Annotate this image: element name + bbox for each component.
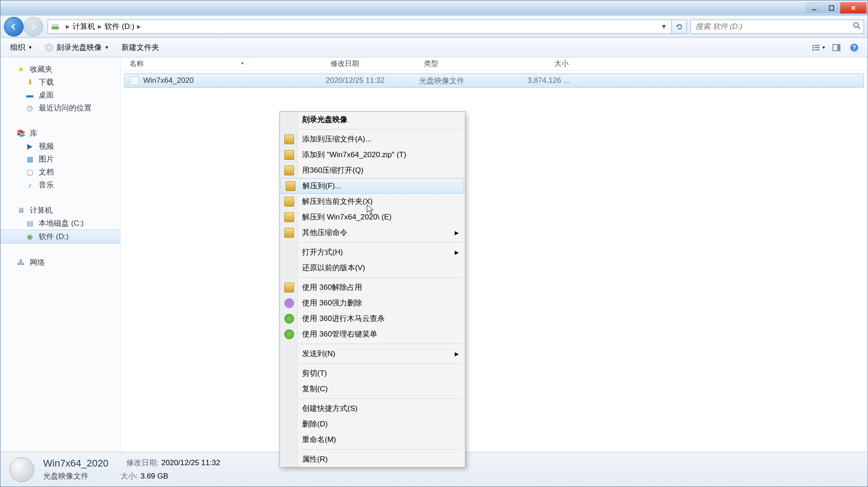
download-icon: ⬇ [25, 78, 34, 87]
refresh-button[interactable] [672, 20, 687, 34]
menu-delete[interactable]: 删除(D) [280, 416, 465, 432]
libraries-group[interactable]: 📚库 [0, 127, 120, 140]
sidebar-recent[interactable]: ◷最近访问的位置 [0, 101, 120, 114]
title-bar [0, 0, 868, 16]
preview-pane-button[interactable] [828, 41, 844, 54]
menu-extract-to[interactable]: 解压到(F)... [281, 178, 464, 194]
svg-rect-5 [812, 45, 814, 46]
column-type[interactable]: 类型 [419, 59, 512, 69]
file-list: 名称 修改日期 类型 大小 Win7x64_2020 2020/12/25 11… [121, 57, 868, 452]
sidebar-documents[interactable]: ▢文档 [0, 166, 120, 179]
details-size: 3.69 GB [141, 472, 168, 480]
svg-rect-7 [812, 47, 814, 49]
menu-add-to-archive[interactable]: 添加到压缩文件(A)... [280, 131, 465, 147]
menu-send-to[interactable]: 发送到(N)▶ [280, 346, 465, 361]
help-button[interactable]: ? [846, 41, 862, 54]
computer-group[interactable]: 🖥计算机 [0, 204, 120, 217]
menu-other-compress[interactable]: 其他压缩命令▶ [280, 225, 465, 240]
view-options-button[interactable]: ▼ [811, 41, 827, 54]
sidebar-music[interactable]: ♪音乐 [0, 179, 120, 191]
menu-create-shortcut[interactable]: 创建快捷方式(S) [280, 401, 465, 416]
column-name[interactable]: 名称 [121, 59, 325, 69]
archive-icon [284, 134, 294, 144]
minimize-button[interactable] [805, 2, 823, 14]
organize-menu[interactable]: 组织▼ [6, 41, 37, 54]
navigation-bar: ▸ 计算机 ▸ 软件 (D:) ▸ ▾ [0, 16, 868, 38]
sidebar-downloads[interactable]: ⬇下载 [0, 76, 120, 89]
video-icon: ▶ [25, 142, 34, 151]
menu-restore-previous[interactable]: 还原以前的版本(V) [280, 260, 465, 276]
chevron-right-icon: ▸ [66, 22, 70, 31]
svg-rect-3 [52, 24, 59, 27]
sidebar-software-d[interactable]: ◉软件 (D:) [0, 230, 120, 244]
svg-rect-6 [815, 45, 820, 46]
column-size[interactable]: 大小 [512, 59, 574, 69]
svg-rect-1 [829, 6, 834, 10]
star-icon: ★ [16, 65, 25, 74]
menu-open-with-360zip[interactable]: 用360压缩打开(Q) [280, 162, 465, 178]
computer-icon: 🖥 [16, 206, 25, 215]
music-icon: ♪ [25, 181, 34, 190]
breadcrumb-root[interactable]: 计算机 [73, 21, 95, 32]
menu-rename[interactable]: 重命名(M) [280, 432, 465, 447]
close-button[interactable] [840, 2, 867, 14]
svg-text:?: ? [852, 44, 856, 51]
desktop-icon: ▬ [25, 91, 34, 100]
drive-icon [51, 22, 60, 31]
menu-properties[interactable]: 属性(R) [280, 451, 465, 467]
menu-add-to-zip[interactable]: 添加到 "Win7x64_2020.zip" (T) [280, 147, 465, 162]
menu-cut[interactable]: 剪切(T) [280, 365, 465, 381]
network-icon: 🖧 [16, 258, 25, 267]
chevron-right-icon: ▸ [98, 22, 102, 31]
archive-icon [284, 150, 294, 160]
forward-button[interactable] [24, 17, 43, 37]
search-icon[interactable] [853, 22, 861, 32]
column-date[interactable]: 修改日期 [325, 59, 419, 69]
360-icon [284, 329, 294, 339]
maximize-button[interactable] [823, 2, 840, 14]
submenu-arrow-icon: ▶ [455, 351, 459, 357]
menu-extract-here[interactable]: 解压到当前文件夹(X) [280, 194, 465, 209]
sidebar-local-disk-c[interactable]: ▤本地磁盘 (C:) [0, 217, 120, 230]
360-icon [284, 283, 294, 292]
svg-rect-8 [815, 47, 820, 48]
library-icon: 📚 [16, 129, 25, 138]
menu-360-manage-context[interactable]: 使用 360管理右键菜单 [280, 326, 465, 342]
menu-extract-to-folder[interactable]: 解压到 Win7x64_2020\ (E) [280, 209, 465, 225]
details-file-name: Win7x64_2020 [43, 458, 109, 469]
svg-rect-12 [837, 45, 840, 51]
svg-point-4 [854, 23, 858, 27]
command-bar: 组织▼ 刻录光盘映像▼ 新建文件夹 ▼ ? [0, 38, 868, 57]
context-menu: 刻录光盘映像 添加到压缩文件(A)... 添加到 "Win7x64_2020.z… [279, 111, 465, 467]
file-row[interactable]: Win7x64_2020 2020/12/25 11:32 光盘映像文件 3,8… [124, 73, 864, 88]
back-button[interactable] [4, 17, 24, 37]
menu-open-with[interactable]: 打开方式(H)▶ [280, 244, 465, 260]
iso-file-icon [130, 76, 139, 85]
archive-icon [284, 212, 294, 222]
favorites-group[interactable]: ★收藏夹 [0, 63, 120, 76]
360-icon [284, 298, 294, 308]
breadcrumb-location[interactable]: 软件 (D:) [105, 21, 134, 32]
search-box[interactable] [690, 20, 864, 34]
menu-copy[interactable]: 复制(C) [280, 381, 465, 397]
new-folder-button[interactable]: 新建文件夹 [117, 41, 164, 54]
360-icon [284, 314, 294, 324]
menu-360-force-delete[interactable]: 使用 360强力删除 [280, 295, 465, 311]
picture-icon: ▦ [25, 155, 34, 164]
network-group[interactable]: 🖧网络 [0, 256, 120, 269]
chevron-right-icon: ▸ [137, 22, 141, 31]
sidebar-pictures[interactable]: ▦图片 [0, 153, 120, 166]
menu-360-trojan-scan[interactable]: 使用 360进行木马云查杀 [280, 311, 465, 326]
svg-rect-0 [812, 9, 816, 10]
sidebar-desktop[interactable]: ▬桌面 [0, 89, 120, 101]
file-type: 光盘映像文件 [419, 76, 513, 86]
address-dropdown[interactable]: ▾ [659, 22, 669, 31]
search-input[interactable] [695, 22, 859, 31]
address-bar[interactable]: ▸ 计算机 ▸ 软件 (D:) ▸ ▾ [48, 20, 672, 34]
burn-image-button[interactable]: 刻录光盘映像▼ [40, 41, 113, 54]
details-file-type: 光盘映像文件 [43, 471, 89, 481]
sidebar-videos[interactable]: ▶视频 [0, 140, 120, 153]
column-headers: 名称 修改日期 类型 大小 [121, 57, 868, 71]
menu-360-unlock[interactable]: 使用 360解除占用 [280, 280, 465, 295]
menu-burn-image[interactable]: 刻录光盘映像 [280, 112, 465, 127]
